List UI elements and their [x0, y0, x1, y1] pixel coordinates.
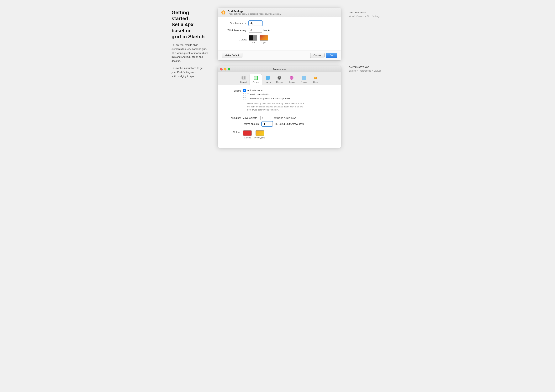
guides-label: Guides [244, 136, 251, 139]
grid-window-header: Grid Settings These settings apply to se… [218, 8, 341, 17]
center-column: Grid Settings These settings apply to se… [214, 8, 345, 148]
nudging-row1: Nudging: Move objects px using Arrow key… [224, 116, 335, 120]
tab-canvas[interactable]: Canvas [249, 74, 262, 85]
description-para1: For optimal results align elements to a … [172, 43, 208, 63]
tab-cloud-label: Cloud [313, 81, 318, 83]
light-swatch-label: Light [262, 41, 266, 44]
tab-general[interactable]: General [237, 74, 250, 85]
traffic-light-yellow[interactable] [224, 68, 226, 71]
nudging-row2: Move objects px using Shift-Arrow keys [224, 122, 335, 126]
colors-section: Colors: Guides Prototyping [224, 130, 335, 139]
cancel-button[interactable]: Cancel [310, 53, 325, 58]
grid-settings-note-label: GRID SETTINGS [349, 12, 383, 14]
presets-tab-icon [301, 75, 307, 80]
colors-label: Colors: [224, 38, 247, 41]
zoom-back-label: Zoom back to previous Canvas position [247, 97, 291, 100]
animate-zoom-checkbox[interactable] [243, 89, 246, 92]
svg-rect-9 [254, 76, 257, 79]
svg-rect-4 [242, 76, 243, 78]
prototyping-swatch[interactable] [256, 130, 264, 136]
tab-presets[interactable]: Presets [298, 74, 310, 85]
svg-rect-12 [266, 78, 269, 78]
grid-settings-window: Grid Settings These settings apply to se… [218, 8, 341, 60]
tab-plugins-label: Plugins [276, 81, 283, 83]
traffic-lights [220, 68, 230, 71]
zoom-section: Zoom: Animate zoom Zoom in on selection [224, 89, 335, 112]
move-objects-2-unit: px using Shift-Arrow keys [276, 122, 304, 125]
thick-lines-unit: blocks. [263, 29, 271, 32]
dark-color-swatch[interactable] [249, 35, 257, 41]
animate-zoom-row: Animate zoom [243, 89, 305, 92]
tab-libraries-label: Libraries [288, 81, 295, 83]
move-objects-1-label: Move objects [242, 116, 257, 119]
colors-prefs-row: Colors: Guides Prototyping [224, 130, 335, 139]
zoom-in-selection-row: Zoom in on selection [243, 93, 305, 96]
grid-title-block: Grid Settings These settings apply to se… [228, 10, 282, 15]
move-objects-1-input[interactable] [260, 116, 271, 120]
zoom-back-checkbox[interactable] [243, 97, 246, 100]
dark-swatch-label: Dark [251, 41, 255, 44]
left-column: Getting started:Set a 4px baselinegrid i… [172, 8, 214, 148]
prefs-colors-label: Colors: [224, 130, 241, 134]
ok-button[interactable]: OK [326, 53, 337, 58]
zoom-label: Zoom: [224, 89, 241, 92]
tab-layers[interactable]: Layers [262, 74, 273, 85]
grid-window-title: Grid Settings [228, 10, 282, 13]
description-para2: Follow the instructions to get your Grid… [172, 66, 208, 78]
light-color-swatch[interactable] [260, 35, 268, 41]
tab-cloud[interactable]: Cloud [310, 74, 321, 85]
sketch-icon [221, 10, 226, 15]
thick-lines-label: Thick lines every: [224, 29, 247, 32]
svg-rect-11 [266, 77, 269, 77]
zoom-hint: When zooming back to Actual Size, by def… [243, 102, 305, 112]
layers-tab-icon [265, 75, 270, 80]
zoom-row: Zoom: Animate zoom Zoom in on selection [224, 89, 335, 112]
canvas-settings-note: CANVAS SETTINGS Sketch > Preferences > C… [349, 26, 383, 73]
grid-window-body: Grid block size: Thick lines every: bloc… [218, 17, 341, 50]
thick-lines-input[interactable] [249, 28, 262, 33]
tab-general-label: General [240, 81, 247, 83]
cloud-tab-icon [313, 75, 318, 80]
nudging-section: Nudging: Move objects px using Arrow key… [224, 116, 335, 126]
grid-block-input[interactable] [249, 21, 262, 25]
zoom-checkboxes: Animate zoom Zoom in on selection Zoom b… [243, 89, 305, 112]
tab-canvas-label: Canvas [252, 81, 259, 83]
svg-rect-5 [244, 76, 245, 78]
grid-settings-note-path: View > Canvas > Grid Settings [349, 14, 383, 18]
main-title: Getting started:Set a 4px baselinegrid i… [172, 10, 208, 40]
zoom-back-row: Zoom back to previous Canvas position [243, 97, 305, 100]
make-default-button[interactable]: Make Default [222, 53, 242, 58]
dark-swatch-item: Dark [249, 35, 257, 44]
canvas-settings-note-path: Sketch > Preferences > Canvas [349, 69, 383, 73]
canvas-tab-icon [253, 75, 258, 81]
traffic-light-green[interactable] [228, 68, 230, 71]
prototyping-label: Prototyping [254, 136, 265, 139]
tab-presets-label: Presets [301, 81, 307, 83]
general-tab-icon [241, 75, 246, 80]
prefs-body: Zoom: Animate zoom Zoom in on selection [218, 85, 341, 148]
guides-swatch[interactable] [243, 130, 252, 136]
zoom-in-selection-checkbox[interactable] [243, 93, 246, 96]
move-objects-2-label: Move objects [244, 122, 259, 125]
grid-block-row: Grid block size: [224, 21, 335, 25]
plugins-tab-icon [277, 75, 282, 80]
svg-rect-13 [266, 79, 268, 79]
prefs-title: Preferences [273, 68, 286, 71]
tab-plugins[interactable]: Plugins [273, 74, 285, 85]
prefs-color-swatches: Guides Prototyping [243, 130, 265, 139]
move-objects-1-unit: px using Arrow keys [274, 116, 296, 119]
tab-libraries[interactable]: Libraries [285, 74, 298, 85]
traffic-light-red[interactable] [220, 68, 223, 71]
move-objects-2-input[interactable] [262, 122, 272, 126]
grid-block-label: Grid block size: [224, 22, 247, 25]
svg-rect-7 [244, 78, 245, 79]
animate-zoom-label: Animate zoom [247, 89, 263, 92]
svg-rect-3 [242, 76, 246, 80]
grid-settings-note: GRID SETTINGS View > Canvas > Grid Setti… [349, 10, 383, 18]
tab-layers-label: Layers [265, 81, 270, 83]
prefs-tabs: General Canvas [218, 72, 341, 85]
grid-window-subtitle: These settings apply to selected Pages o… [228, 13, 282, 15]
svg-point-16 [279, 77, 280, 78]
preferences-window: Preferences General [218, 66, 341, 148]
footer-buttons: Cancel OK [310, 53, 337, 58]
